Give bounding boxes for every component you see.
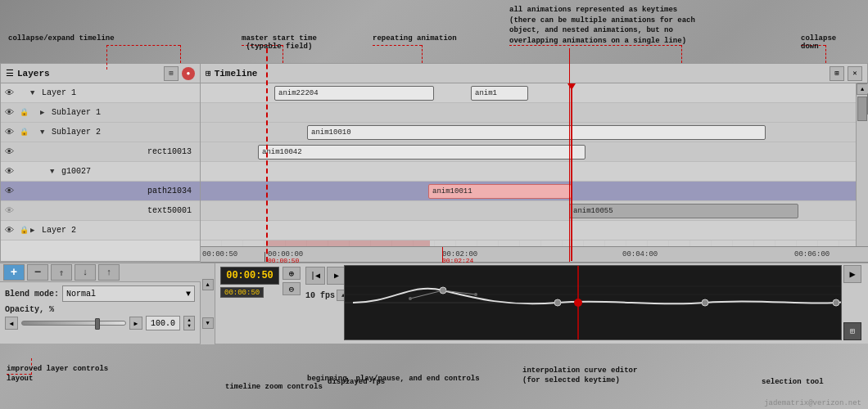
layer-lock: 🔒 [17,108,30,117]
blend-arrow: ▼ [186,290,191,299]
layer-visibility[interactable]: 👁 [1,127,17,137]
svg-point-7 [554,299,561,306]
anim-block[interactable]: anim10042 [258,145,585,160]
timeline-expand-btn[interactable]: ⊞ [830,66,844,81]
blend-value: Normal [66,290,96,299]
svg-point-13 [474,293,477,296]
move-top-btn[interactable]: ⇑ [51,264,72,281]
time-label-0: 00:00:50 [202,250,237,258]
time-ruler-bar: 00:00:50 00:00:00 00:00:50 00:02:00 00:0… [201,246,868,263]
anim-block[interactable]: anim10055 [569,204,798,218]
tl-scroll-thumb[interactable] [857,97,867,121]
anim-block[interactable]: anim1 [471,86,528,101]
time-label-4: 00:06:00 [794,250,830,258]
anim-block[interactable]: anim10011 [428,184,572,199]
timeline-title: Timeline [215,69,826,79]
opacity-label: Opacity, % [5,305,195,314]
timeline-row-0[interactable]: anim22204 anim1 [201,83,856,103]
selection-tool-btn[interactable]: ⊞ [843,322,861,340]
layers-panel: ☰ Layers ⊞ ● 👁 ▼ Layer 1 👁 🔒 ▶ [0,63,201,262]
layer-name: Sublayer 2 [52,128,197,137]
layers-title: Layers [17,69,160,79]
move-up-btn[interactable]: ↑ [98,264,120,281]
timeline-menu-icon: ⊞ [206,68,211,79]
layer-triangle[interactable]: ▶ [40,108,52,117]
layer-triangle[interactable]: ▼ [30,89,42,97]
opacity-stepper[interactable]: ▲ ▼ [183,316,195,330]
annotation-collapse-down: collapsedown [801,34,836,51]
layer-row[interactable]: 👁 ▼ Layer 1 [1,83,200,103]
layer-name: path21034 [60,187,197,196]
layer-visibility[interactable]: 👁 [1,88,17,98]
layers-header: ☰ Layers ⊞ ● [1,64,200,83]
blend-mode-row: Blend mode: Normal ▼ [0,282,200,305]
opacity-row: ◀ ▶ 100.0 ▲ ▼ [5,316,195,330]
opacity-thumb[interactable] [95,318,100,330]
tl-scroll-right[interactable]: ▶ [843,265,861,283]
timeline-bottom-controls: ▲ ▼ 00:00:50 00:00:50 ⊕ ⊖ |◀ ▶ ▶| 10 fps… [201,263,868,344]
svg-point-12 [409,297,412,300]
time-sub[interactable]: 00:00:50 [220,287,264,298]
vert-btn-1[interactable]: ▲ [202,279,214,290]
layer-row[interactable]: 👁 🔒 ▼ Sublayer 2 [1,123,200,142]
layer-visibility[interactable]: 👁 [1,225,17,236]
layer-name: rect10013 [50,147,197,156]
zoom-out-btn[interactable]: ⊖ [283,282,301,295]
layer-name: Layer 2 [42,226,197,235]
layer-row[interactable]: 👁 🔒 ▶ Sublayer 1 [1,103,200,123]
time-display[interactable]: 00:00:50 [220,267,279,285]
zoom-controls: ⊕ ⊖ [283,267,301,295]
blend-dropdown[interactable]: Normal ▼ [62,285,195,302]
timeline-row-5[interactable]: anim10011 [201,182,856,201]
layer-triangle[interactable]: ▼ [40,128,52,137]
playhead[interactable] [571,83,572,261]
move-down-btn[interactable]: ↓ [75,264,96,281]
remove-layer-btn[interactable]: − [27,264,48,281]
opacity-slider[interactable] [21,321,126,326]
opacity-section: Opacity, % ◀ ▶ 100.0 ▲ ▼ [0,305,200,330]
layer-visibility[interactable]: 👁 [1,107,17,118]
add-layer-btn[interactable]: + [3,264,25,281]
layer-visibility[interactable]: 👁 [1,146,17,157]
opacity-increase[interactable]: ▶ [129,317,142,330]
layer-row[interactable]: 👁 rect10013 [1,142,200,162]
layer-visibility[interactable]: 👁 [1,205,17,216]
layers-record-btn[interactable]: ● [182,67,195,80]
opacity-decrease[interactable]: ◀ [5,317,18,330]
timeline-row-1[interactable] [201,103,856,123]
layer-row[interactable]: 👁 path21034 [1,182,200,201]
layer-triangle[interactable]: ▼ [50,168,61,176]
fps-value: 10 fps [305,291,335,300]
playhead-marker [567,83,576,90]
layer-row[interactable]: 👁 🔒 ▶ Layer 2 [1,221,200,240]
timeline-close-btn[interactable]: ✕ [848,66,862,81]
layer-row[interactable]: 👁 text50001 [1,201,200,221]
vert-btn-2[interactable]: ▼ [202,317,214,329]
timeline-row-2[interactable]: anim10010 [201,123,856,142]
layer-visibility[interactable]: 👁 [1,166,17,177]
anim-block[interactable]: anim22204 [274,86,434,101]
watermark: jadematrix@verizon.net [764,399,861,407]
layer-triangle[interactable]: ▶ [30,226,42,235]
timeline-row-7[interactable] [201,221,856,240]
anim-block[interactable]: anim10010 [307,125,766,140]
beginning-btn[interactable]: |◀ [305,267,325,285]
layers-grid-btn[interactable]: ⊞ [164,66,179,81]
layer-row[interactable]: 👁 ▼ g10027 [1,162,200,182]
timeline-row-6[interactable]: anim10055 [201,201,856,221]
tl-scroll-up[interactable]: ▲ [857,83,867,95]
fps-display: 10 fps ▲ [305,290,350,301]
layer-name: g10027 [61,167,197,176]
blend-label: Blend mode: [5,290,59,299]
timeline-row-3[interactable]: anim10042 [201,142,856,162]
timeline-scrollbar[interactable]: ▲ ▼ [856,83,867,261]
annotation-repeating: repeating animation [373,34,457,43]
annotation-layer-controls: improved layer controlslayout [7,364,108,384]
timeline-row-4[interactable] [201,162,856,182]
layer-visibility[interactable]: 👁 [1,186,17,196]
layer-name: Layer 1 [42,88,197,97]
zoom-in-btn[interactable]: ⊕ [283,267,301,280]
annotation-displayed-fps: displayed fps [328,378,385,386]
time-label-3: 00:04:00 [622,250,658,258]
opacity-value[interactable]: 100.0 [146,316,180,330]
